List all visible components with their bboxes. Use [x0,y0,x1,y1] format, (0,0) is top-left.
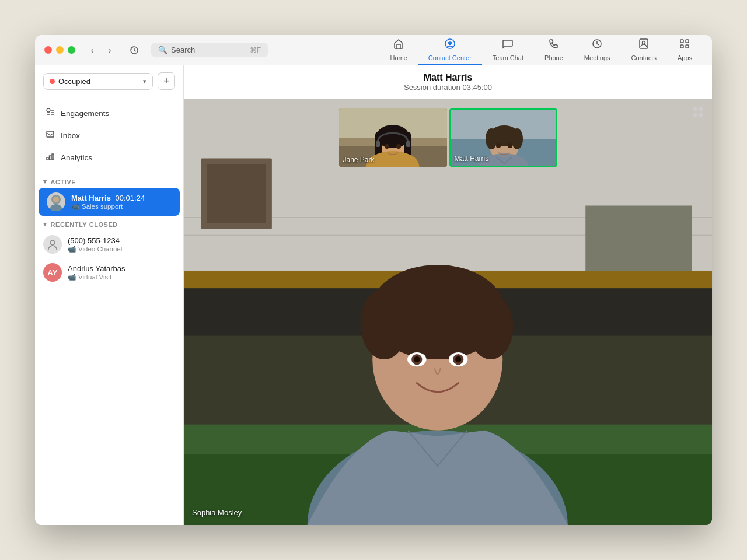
inbox-icon [46,130,55,141]
svg-rect-7 [686,40,689,43]
jane-park-label: Jane Park [343,156,375,164]
svg-rect-35 [207,164,266,223]
session-name: Matt Harris [196,72,700,83]
recently-closed-section-header[interactable]: ▾ RECENTLY CLOSED [35,216,183,230]
thumbnails: Jane Park [339,108,557,167]
sidebar-item-engagements[interactable]: Engagements [35,102,183,124]
svg-rect-78 [693,113,697,117]
sidebar: Occupied ▾ + [35,65,184,525]
svg-rect-62 [376,141,380,147]
sidebar-item-inbox[interactable]: Inbox [35,124,183,146]
svg-point-60 [385,144,389,149]
recently-closed-label: RECENTLY CLOSED [51,221,118,228]
svg-rect-63 [406,141,410,147]
main-area: Occupied ▾ + [35,65,712,525]
tab-apps[interactable]: Apps [667,36,703,65]
chevron-down-icon: ▾ [143,78,146,85]
contacts-icon [638,38,650,52]
back-button[interactable]: ‹ [85,43,100,58]
app-window: ‹ › 🔍 Search ⌘F [35,35,712,525]
search-label: Search [171,46,195,54]
search-shortcut: ⌘F [250,46,261,54]
svg-point-61 [396,144,401,149]
active-section-arrow: ▾ [43,178,47,186]
forward-button[interactable]: › [102,43,117,58]
contact-center-icon [444,38,456,52]
status-label: Occupied [58,77,139,86]
svg-point-71 [486,128,497,149]
closed-item-andrius[interactable]: AY Andrius Yatarbas 📹 Virtual Visit [35,258,183,286]
svg-point-47 [414,356,420,362]
nav-tabs: Home Contact Center [380,36,703,65]
svg-rect-36 [585,206,692,271]
tab-contacts-label: Contacts [631,54,657,61]
apps-icon [679,38,690,52]
svg-rect-77 [699,107,703,111]
tab-phone-label: Phone [544,54,563,61]
active-item-sub: 📹 Sales support [71,202,172,211]
tab-contacts[interactable]: Contacts [621,36,667,65]
svg-rect-76 [693,107,697,111]
titlebar: ‹ › 🔍 Search ⌘F [35,35,712,65]
tab-apps-label: Apps [678,54,692,61]
svg-point-42 [468,295,513,360]
content-area: Matt Harris Session duration 03:45:00 [184,65,712,525]
video-icon-2: 📹 [68,245,76,253]
team-chat-icon [502,38,514,52]
closed-item-info-unknown: (500) 555-1234 📹 Video Channel [68,236,175,253]
tab-team-chat-label: Team Chat [493,54,523,61]
status-dot [50,79,55,84]
svg-point-75 [508,144,512,148]
sidebar-item-analytics[interactable]: Analytics [35,146,183,169]
tab-meetings-label: Meetings [584,54,610,61]
tab-home-label: Home [390,54,407,61]
avatar-unknown-caller [43,235,62,254]
svg-point-22 [50,204,62,211]
main-participant-label: Sophia Mosley [192,508,242,517]
video-icon-3: 📹 [68,273,76,281]
search-icon: 🔍 [158,46,167,54]
closed-item-info-andrius: Andrius Yatarbas 📹 Virtual Visit [68,264,175,281]
active-item-matt-harris[interactable]: Matt Harris 00:01:24 📹 Sales support [39,188,180,216]
tab-meetings[interactable]: Meetings [574,36,621,65]
thumbnail-matt-harris[interactable]: Matt Harris [449,108,557,167]
tab-team-chat[interactable]: Team Chat [482,36,534,65]
svg-rect-18 [50,156,51,160]
active-section-label: ACTIVE [51,178,76,186]
history-button[interactable] [127,43,142,58]
meetings-icon [591,38,603,52]
tab-contact-center[interactable]: Contact Center [418,36,482,65]
closed-item-unknown[interactable]: (500) 555-1234 📹 Video Channel [35,230,183,258]
session-duration: Session duration 03:45:00 [196,83,700,92]
status-selector[interactable]: Occupied ▾ [43,73,153,90]
add-button[interactable]: + [158,72,175,90]
active-section-header[interactable]: ▾ ACTIVE [35,173,183,188]
svg-rect-8 [680,45,683,48]
content-header: Matt Harris Session duration 03:45:00 [184,65,712,99]
minimize-button[interactable] [56,46,64,54]
video-area: Jane Park [184,99,712,525]
grid-layout-icon[interactable] [692,106,704,121]
nav-arrows: ‹ › [85,43,117,58]
svg-point-23 [50,240,55,245]
inbox-label: Inbox [61,131,80,140]
tab-phone[interactable]: Phone [534,36,574,65]
search-bar[interactable]: 🔍 Search ⌘F [151,43,268,57]
traffic-lights [44,46,75,54]
tab-home[interactable]: Home [380,36,418,65]
maximize-button[interactable] [68,46,75,54]
sidebar-menu: Engagements Inbox [35,97,183,173]
svg-point-5 [643,41,645,44]
closed-item-name-unknown: (500) 555-1234 [68,236,175,245]
avatar-matt-harris [47,192,65,211]
active-item-info: Matt Harris 00:01:24 📹 Sales support [71,194,172,211]
svg-rect-9 [686,45,689,48]
close-button[interactable] [44,46,52,54]
svg-rect-17 [47,158,48,160]
thumbnail-jane-park[interactable]: Jane Park [339,108,447,167]
engagements-icon [46,107,55,119]
svg-point-48 [455,356,461,362]
avatar-andrius: AY [43,263,62,282]
svg-point-74 [496,144,501,148]
closed-item-name-andrius: Andrius Yatarbas [68,264,175,273]
